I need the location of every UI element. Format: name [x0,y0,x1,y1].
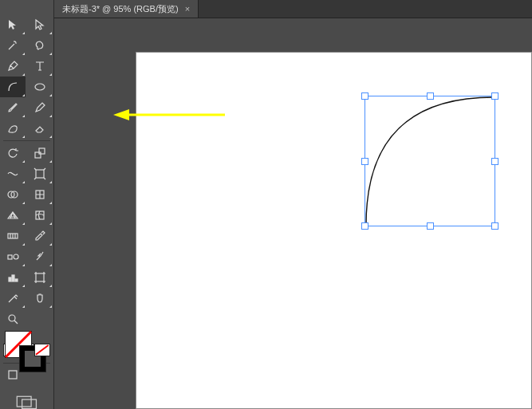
toolbar [0,0,54,409]
hand-tool[interactable] [27,288,53,309]
magic-wand-tool[interactable] [0,35,26,56]
close-icon[interactable]: × [185,4,190,14]
gradient-tool[interactable] [0,226,26,246]
resize-handle[interactable] [491,158,499,165]
svg-rect-20 [22,399,36,408]
blend-tool[interactable] [0,246,26,267]
svg-rect-2 [39,148,45,154]
selection-tool[interactable] [0,14,26,35]
line-segment-tool[interactable] [0,77,26,97]
pencil-tool[interactable] [27,97,53,118]
svg-point-15 [9,315,15,321]
svg-marker-22 [113,109,129,120]
svg-rect-12 [12,275,14,281]
draw-mode-normal[interactable] [0,364,26,385]
ellipse-tool[interactable] [27,77,53,97]
symbol-sprayer-tool[interactable] [27,246,53,267]
workspace[interactable] [54,18,532,409]
resize-handle[interactable] [427,92,434,100]
arc-path[interactable] [365,96,495,226]
free-transform-tool[interactable] [27,163,53,184]
lasso-tool[interactable] [27,35,53,56]
svg-rect-3 [36,170,44,178]
svg-rect-1 [35,152,41,158]
eraser-tool[interactable] [27,118,53,139]
empty-tool-slot [27,309,53,329]
paintbrush-tool[interactable] [0,97,26,118]
eyedropper-tool[interactable] [27,226,53,246]
svg-rect-7 [36,211,44,219]
svg-rect-19 [17,396,31,407]
perspective-grid-tool[interactable] [0,205,26,226]
direct-selection-tool[interactable] [27,14,53,35]
document-tabbar: 未标题-3* @ 95% (RGB/预览) × [54,0,532,18]
shape-builder-tool[interactable] [0,184,26,205]
resize-handle[interactable] [361,158,368,165]
type-tool[interactable] [27,56,53,77]
color-mode-none[interactable] [34,344,50,356]
resize-handle[interactable] [361,92,368,100]
scale-tool[interactable] [27,143,53,163]
fill-stroke-swatch[interactable] [0,329,53,344]
column-graph-tool[interactable] [0,267,26,288]
document-tab-title: 未标题-3* @ 95% (RGB/预览) [62,3,179,15]
selection-bounding-box[interactable] [365,96,495,226]
svg-point-10 [14,254,18,259]
svg-line-17 [36,345,49,355]
screen-mode-toggle[interactable] [16,396,38,409]
slice-tool[interactable] [0,288,26,309]
width-tool[interactable] [0,163,26,184]
svg-point-0 [35,84,45,90]
blob-brush-tool[interactable] [0,118,26,139]
resize-handle[interactable] [361,222,368,230]
draw-mode-behind[interactable] [27,364,53,385]
svg-rect-9 [8,255,12,259]
svg-rect-13 [15,279,18,281]
document-tab[interactable]: 未标题-3* @ 95% (RGB/预览) × [54,0,199,18]
svg-rect-14 [36,273,44,281]
pen-tool[interactable] [0,56,26,77]
resize-handle[interactable] [491,92,499,100]
resize-handle[interactable] [427,222,434,230]
zoom-tool[interactable] [0,309,26,329]
rotate-tool[interactable] [0,143,26,163]
svg-rect-11 [9,277,11,281]
mesh-tool[interactable] [27,205,53,226]
svg-rect-18 [9,371,17,379]
artboard-tool[interactable] [27,267,53,288]
live-paint-tool[interactable] [27,184,53,205]
resize-handle[interactable] [491,222,499,230]
